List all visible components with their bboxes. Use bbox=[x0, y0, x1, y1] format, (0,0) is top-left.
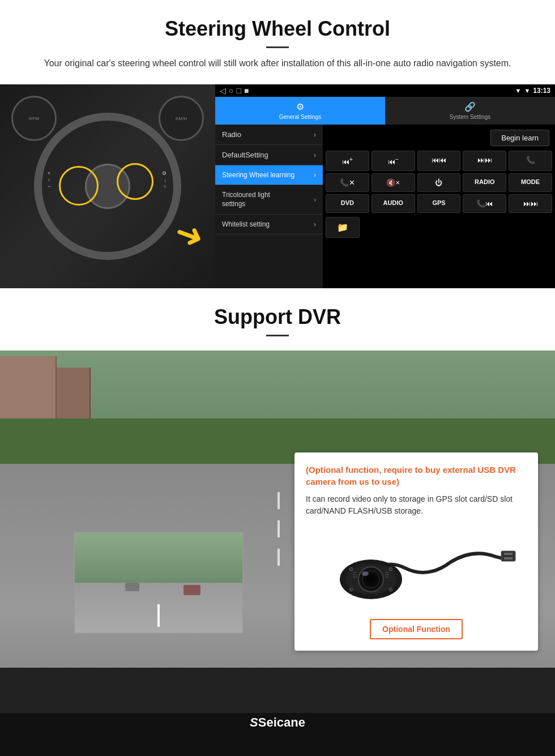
status-signal: ▼ bbox=[515, 87, 522, 94]
ctrl-call-prev[interactable]: 📞⏮ bbox=[463, 194, 506, 213]
svg-point-8 bbox=[362, 571, 369, 576]
control-row-2: 📞✕ 🔇× ⏻ RADIO MODE bbox=[326, 173, 552, 192]
android-panel: ◁ ○ □ ■ ▼ ▼ 13:13 ⚙ General Settings 🔗 S… bbox=[215, 84, 555, 288]
dvr-camera-image bbox=[306, 526, 527, 616]
nav-back-icon: ◁ bbox=[220, 86, 226, 95]
ctrl-power[interactable]: ⏻ bbox=[417, 173, 461, 192]
nav-recents-icon: □ bbox=[236, 86, 241, 95]
optional-title: (Optional function, require to buy exter… bbox=[306, 464, 527, 488]
menu-item-whitelist[interactable]: Whitelist setting › bbox=[215, 215, 323, 234]
steering-section: RPM KM/H +↑− bbox=[0, 84, 555, 288]
ctrl-prev-track[interactable]: ⏮⏮ bbox=[417, 151, 461, 171]
ctrl-mute[interactable]: 🔇× bbox=[372, 173, 415, 192]
ctrl-mode[interactable]: MODE bbox=[509, 173, 552, 192]
ctrl-next-ext[interactable]: ⏭⏭ bbox=[509, 194, 552, 213]
tab-general-label: General Settings bbox=[279, 114, 322, 120]
ctrl-next-track[interactable]: ⏭⏭ bbox=[463, 151, 506, 171]
ctrl-radio[interactable]: RADIO bbox=[463, 173, 506, 192]
optional-function-badge[interactable]: Optional Function bbox=[370, 619, 463, 639]
dvr-camera-svg bbox=[314, 528, 518, 613]
dvr-info-card: (Optional function, require to buy exter… bbox=[294, 452, 538, 651]
svg-rect-0 bbox=[501, 551, 515, 561]
android-status-bar: ◁ ○ □ ■ ▼ ▼ 13:13 bbox=[215, 84, 555, 97]
section1-description: Your original car's steering wheel contr… bbox=[34, 57, 521, 70]
svg-point-12 bbox=[389, 588, 392, 591]
control-row-1: ⏮+ ⏮− ⏮⏮ ⏭⏭ 📞 bbox=[326, 151, 552, 171]
android-content: Radio › DefaultSetting › Steering Wheel … bbox=[215, 125, 555, 288]
dvr-content: (Optional function, require to buy exter… bbox=[0, 351, 555, 756]
ctrl-folder[interactable]: 📁 bbox=[326, 217, 360, 238]
section1-title: Steering Wheel Control bbox=[11, 17, 544, 41]
settings-icon: ⚙ bbox=[296, 101, 304, 112]
ctrl-call[interactable]: 📞 bbox=[509, 151, 552, 171]
menu-item-tricolour[interactable]: Tricoloured lightsettings › bbox=[215, 185, 323, 215]
begin-learn-row: Begin learn bbox=[326, 127, 552, 148]
ctrl-call-end[interactable]: 📞✕ bbox=[326, 173, 369, 192]
tab-system-settings[interactable]: 🔗 System Settings bbox=[385, 97, 555, 125]
section1-divider bbox=[266, 46, 289, 48]
svg-point-9 bbox=[349, 567, 353, 571]
tab-general-settings[interactable]: ⚙ General Settings bbox=[215, 97, 385, 125]
ctrl-gps[interactable]: GPS bbox=[417, 194, 461, 213]
svg-rect-1 bbox=[504, 553, 513, 555]
section2-divider bbox=[266, 335, 289, 336]
seicane-brand: SSeicane bbox=[250, 715, 305, 730]
menu-item-radio[interactable]: Radio › bbox=[215, 125, 323, 145]
menu-list: Radio › DefaultSetting › Steering Wheel … bbox=[215, 125, 323, 288]
control-panel: Begin learn ⏮+ ⏮− ⏮⏮ ⏭⏭ 📞 📞✕ 🔇× ⏻ RADIO … bbox=[323, 125, 555, 288]
dvr-description: It can record video only to storage in G… bbox=[306, 493, 527, 517]
section2-title: Support DVR bbox=[11, 305, 544, 329]
control-row-4: 📁 bbox=[326, 215, 552, 240]
menu-item-steering-wheel[interactable]: Steering Wheel learning › bbox=[215, 165, 323, 185]
section1-header: Steering Wheel Control Your original car… bbox=[0, 0, 555, 76]
system-icon: 🔗 bbox=[464, 101, 476, 112]
section2-header: Support DVR bbox=[0, 288, 555, 351]
ctrl-audio[interactable]: AUDIO bbox=[372, 194, 415, 213]
ctrl-vol-minus[interactable]: ⏮− bbox=[372, 151, 415, 171]
chevron-right-icon: › bbox=[314, 220, 316, 228]
chevron-right-icon: › bbox=[314, 196, 316, 204]
chevron-right-icon: › bbox=[314, 151, 316, 159]
nav-home-icon: ○ bbox=[229, 86, 233, 95]
svg-rect-2 bbox=[504, 557, 513, 559]
ctrl-dvd[interactable]: DVD bbox=[326, 194, 369, 213]
android-tabs[interactable]: ⚙ General Settings 🔗 System Settings bbox=[215, 97, 555, 125]
dashcam-inset-image bbox=[74, 532, 244, 634]
menu-item-default-setting[interactable]: DefaultSetting › bbox=[215, 145, 323, 165]
status-time: 13:13 bbox=[533, 87, 550, 95]
control-row-3: DVD AUDIO GPS 📞⏮ ⏭⏭ bbox=[326, 194, 552, 213]
nav-menu-icon: ■ bbox=[244, 86, 249, 95]
chevron-right-icon: › bbox=[314, 171, 316, 179]
svg-point-11 bbox=[349, 588, 353, 591]
svg-point-7 bbox=[366, 575, 375, 584]
svg-point-10 bbox=[389, 567, 392, 571]
tab-system-label: System Settings bbox=[450, 114, 490, 120]
steering-image: RPM KM/H +↑− bbox=[0, 84, 215, 288]
chevron-right-icon: › bbox=[314, 131, 316, 139]
status-wifi: ▼ bbox=[524, 87, 530, 94]
ctrl-vol-plus[interactable]: ⏮+ bbox=[326, 151, 369, 171]
begin-learn-button[interactable]: Begin learn bbox=[490, 130, 549, 146]
